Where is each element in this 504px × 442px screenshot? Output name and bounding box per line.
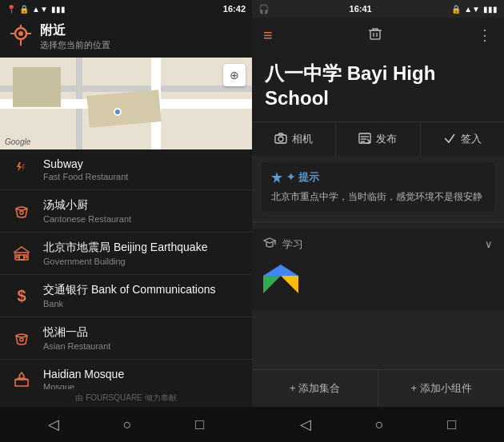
place-icon-earthquake (10, 245, 34, 262)
right-time: 16:41 (350, 4, 372, 14)
right-bottom-section: + 添加集合 + 添加小组件 (252, 369, 504, 407)
place-info-bank: 交通银行 Bank of Communications Bank (43, 283, 242, 309)
camera-button[interactable]: 相机 (252, 122, 336, 156)
camera-label: 相机 (292, 132, 313, 146)
trash-icon[interactable] (368, 26, 382, 44)
hint-section: ✦ 提示 北京市重点中学，当时临街，感觉环境不是很安静 (262, 162, 494, 212)
svg-rect-9 (17, 255, 19, 257)
map-location-button[interactable]: ⊕ (223, 64, 246, 86)
svg-rect-12 (15, 380, 28, 386)
list-item[interactable]: Subway Fast Food Restaurant (0, 149, 252, 190)
wifi-icon: ▮▮▮ (51, 5, 66, 14)
location-icon: 📍 (6, 5, 16, 14)
signal-icon: ▲▼ (32, 5, 48, 14)
add-collection-button[interactable]: + 添加集合 (252, 370, 378, 407)
svg-point-11 (20, 338, 23, 341)
place-type-earthquake: Government Building (43, 257, 242, 266)
place-name-yuexiang: 悦湘一品 (43, 325, 242, 340)
foursquare-credit: 由 FOURSQUARE 倾力奉献 (0, 389, 252, 407)
svg-rect-10 (24, 255, 26, 257)
right-bottom-nav: ◁ ○ □ (252, 407, 504, 442)
place-type-bank: Bank (43, 299, 242, 309)
list-item[interactable]: 北京市地震局 Beijing Earthquake Government Bui… (0, 233, 252, 275)
lock-icon-right: 🔒 (451, 5, 461, 14)
publish-icon (358, 133, 371, 146)
headphone-icon: 🎧 (258, 4, 270, 14)
list-item[interactable]: 悦湘一品 Asian Restaurant (0, 317, 252, 360)
place-type-tangcheng: Cantonese Restaurant (43, 214, 242, 224)
lock-icon: 🔒 (19, 5, 29, 14)
right-home-button[interactable]: ○ (375, 416, 384, 433)
left-back-button[interactable]: ◁ (48, 416, 59, 433)
learn-header[interactable]: 学习 ∨ (252, 229, 504, 260)
google-drive-logo (263, 265, 298, 300)
publish-button[interactable]: 发布 (336, 122, 420, 156)
left-time: 16:42 (223, 4, 246, 14)
place-title: 八一中学 Bayi High School (265, 61, 491, 110)
drive-bottom (263, 276, 298, 293)
place-type-yuexiang: Asian Restaurant (43, 341, 242, 351)
place-type-subway: Fast Food Restaurant (43, 172, 242, 181)
list-item[interactable]: 汤城小厨 Cantonese Restaurant (0, 190, 252, 233)
svg-point-6 (20, 211, 23, 214)
right-status-bar: 🎧 16:41 🔒 ▲▼ ▮▮▮ (252, 0, 504, 18)
place-icon-tangcheng (10, 202, 34, 220)
right-title-section: 八一中学 Bayi High School (252, 53, 504, 121)
left-status-bar: 📍 🔒 ▲▼ ▮▮▮ 16:42 (0, 0, 252, 18)
menu-icon[interactable]: ≡ (263, 26, 273, 45)
drive-top (263, 265, 298, 276)
right-panel: 🎧 16:41 🔒 ▲▼ ▮▮▮ ≡ ⋮ 八一中学 Bayi High Scho… (252, 0, 504, 442)
map-location-dot (114, 108, 122, 116)
right-back-button[interactable]: ◁ (300, 416, 311, 433)
hint-text: 北京市重点中学，当时临街，感觉环境不是很安静 (271, 189, 485, 204)
drive-left (263, 276, 281, 293)
learn-section: 学习 ∨ (252, 229, 504, 311)
drive-right (281, 276, 298, 293)
left-recents-button[interactable]: □ (195, 416, 204, 433)
left-header: 附近 选择您当前的位置 (0, 18, 252, 58)
learn-title: 学习 (263, 237, 303, 252)
learn-chevron-icon[interactable]: ∨ (485, 238, 493, 250)
camera-icon (274, 133, 287, 146)
svg-point-19 (278, 137, 283, 141)
place-info-earthquake: 北京市地震局 Beijing Earthquake Government Bui… (43, 241, 242, 266)
place-info-yuexiang: 悦湘一品 Asian Restaurant (43, 325, 242, 351)
google-label: Google (5, 137, 30, 146)
place-info-subway: Subway Fast Food Restaurant (43, 157, 242, 181)
place-list: Subway Fast Food Restaurant 汤城小厨 Cantone… (0, 149, 252, 389)
add-widget-button[interactable]: + 添加小组件 (378, 370, 504, 407)
left-bottom-nav: ◁ ○ □ (0, 407, 252, 442)
left-panel: 📍 🔒 ▲▼ ▮▮▮ 16:42 附近 选择您当前的位置 (0, 0, 252, 442)
list-item[interactable]: Haidian Mosque Mosque (0, 360, 252, 389)
place-info-tangcheng: 汤城小厨 Cantonese Restaurant (43, 198, 242, 224)
learn-label: 学习 (282, 237, 303, 252)
nearby-icon (10, 24, 32, 50)
left-header-title: 附近 (40, 22, 110, 39)
hint-title: ✦ 提示 (271, 170, 485, 185)
right-top-bar: ≡ ⋮ (252, 18, 504, 53)
place-icon-bank: $ (10, 287, 34, 305)
place-icon-yuexiang (10, 329, 34, 347)
place-type-mosque: Mosque (43, 382, 242, 389)
svg-point-1 (18, 31, 23, 36)
right-recents-button[interactable]: □ (447, 416, 456, 433)
place-name-earthquake: 北京市地震局 Beijing Earthquake (43, 241, 242, 255)
more-options-icon[interactable]: ⋮ (478, 26, 493, 44)
svg-rect-8 (19, 255, 24, 260)
header-text: 附近 选择您当前的位置 (40, 22, 110, 51)
checkin-button[interactable]: 签入 (421, 122, 504, 156)
svg-rect-15 (370, 30, 380, 39)
left-status-icons: 📍 🔒 ▲▼ ▮▮▮ (6, 5, 66, 14)
place-name-tangcheng: 汤城小厨 (43, 198, 242, 213)
hint-title-text: ✦ 提示 (286, 170, 319, 185)
left-home-button[interactable]: ○ (123, 416, 132, 433)
map-container[interactable]: ⊕ Google (0, 58, 252, 149)
place-icon-subway (10, 161, 34, 178)
list-item[interactable]: $ 交通银行 Bank of Communications Bank (0, 275, 252, 317)
place-icon-mosque (10, 371, 34, 388)
checkin-icon (443, 133, 456, 146)
left-header-subtitle: 选择您当前的位置 (40, 39, 110, 51)
wifi-icon-right: ▮▮▮ (483, 5, 498, 14)
right-status-icons: 🔒 ▲▼ ▮▮▮ (451, 5, 498, 14)
publish-label: 发布 (376, 132, 397, 146)
